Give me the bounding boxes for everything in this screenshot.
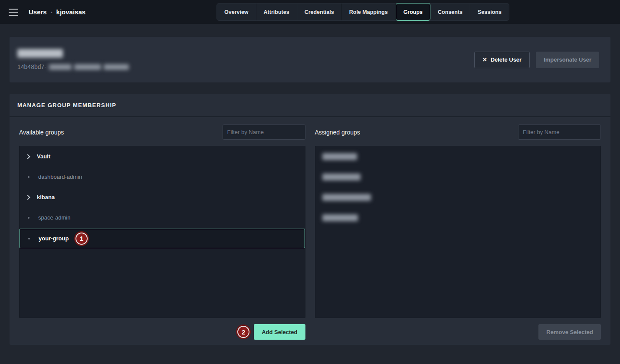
group-label: space-admin <box>38 214 70 221</box>
group-row-kibana[interactable]: kibana <box>20 187 305 207</box>
redacted-group-name <box>322 153 357 160</box>
chevron-right-icon <box>25 154 30 159</box>
group-row-dashboard-admin[interactable]: dashboard-admin <box>20 167 305 187</box>
group-row-space-admin[interactable]: space-admin <box>20 207 305 228</box>
tab-role-mappings[interactable]: Role Mappings <box>342 3 396 20</box>
group-label: Vault <box>37 153 50 160</box>
delete-user-label: Delete User <box>491 56 522 63</box>
tab-overview[interactable]: Overview <box>217 3 256 20</box>
panel-body: Available groups Vault dashboard-admin k… <box>10 117 610 340</box>
available-groups-column: Available groups Vault dashboard-admin k… <box>19 125 305 340</box>
tab-bar: Overview Attributes Credentials Role Map… <box>217 3 509 21</box>
user-meta: 14b48bd7- <box>17 49 129 70</box>
redacted-group-name <box>322 174 361 180</box>
available-groups-list: Vault dashboard-admin kibana space-admin <box>19 146 305 318</box>
topbar: Users • kjovaisas Overview Attributes Cr… <box>0 0 620 24</box>
group-label: dashboard-admin <box>38 174 82 180</box>
chevron-right-icon <box>25 195 30 200</box>
redacted-group-name <box>322 214 358 221</box>
bullet-icon <box>28 238 30 239</box>
assigned-groups-column: Assigned groups <box>315 125 601 340</box>
assigned-group-row[interactable] <box>315 187 601 207</box>
remove-selected-button[interactable]: Remove Selected <box>538 324 601 340</box>
redacted-username <box>17 49 63 58</box>
tab-attributes[interactable]: Attributes <box>256 3 297 20</box>
tab-consents[interactable]: Consents <box>430 3 470 20</box>
annotation-step-1: 1 <box>75 233 88 245</box>
x-icon: ✕ <box>482 56 487 63</box>
main-content: 14b48bd7- ✕ Delete User Impersonate User… <box>0 24 620 364</box>
menu-icon[interactable] <box>9 7 19 18</box>
bullet-icon <box>28 217 30 219</box>
assigned-group-row[interactable] <box>315 207 601 228</box>
tab-groups[interactable]: Groups <box>396 3 430 21</box>
user-card: 14b48bd7- ✕ Delete User Impersonate User <box>10 37 610 82</box>
user-id: 14b48bd7- <box>17 63 129 70</box>
group-row-your-group[interactable]: your-group 1 <box>20 229 305 248</box>
user-id-prefix: 14b48bd7- <box>17 63 46 70</box>
redacted-user-id-part <box>49 64 72 70</box>
breadcrumb-users[interactable]: Users <box>29 8 47 16</box>
impersonate-user-button[interactable]: Impersonate User <box>536 52 599 68</box>
breadcrumb: Users • kjovaisas <box>29 8 85 16</box>
group-label: kibana <box>37 194 55 200</box>
redacted-group-name <box>322 194 371 201</box>
available-groups-label: Available groups <box>19 129 64 136</box>
assigned-group-row[interactable] <box>315 146 601 167</box>
assigned-groups-list <box>315 146 601 318</box>
breadcrumb-username: kjovaisas <box>56 8 86 16</box>
annotation-step-2: 2 <box>237 326 249 338</box>
bullet-icon <box>28 176 30 178</box>
available-groups-footer: 2 Add Selected <box>19 324 305 340</box>
user-card-actions: ✕ Delete User Impersonate User <box>474 52 599 68</box>
group-membership-panel: MANAGE GROUP MEMBERSHIP Available groups… <box>10 94 610 345</box>
delete-user-button[interactable]: ✕ Delete User <box>474 52 530 68</box>
tab-sessions[interactable]: Sessions <box>470 3 509 20</box>
available-groups-filter-input[interactable] <box>223 125 305 140</box>
assigned-groups-header: Assigned groups <box>315 125 601 140</box>
redacted-user-id-part <box>104 64 129 70</box>
group-row-vault[interactable]: Vault <box>20 146 305 167</box>
add-selected-button[interactable]: Add Selected <box>254 324 305 340</box>
redacted-user-id-part <box>74 64 101 70</box>
assigned-groups-label: Assigned groups <box>315 129 360 136</box>
breadcrumb-separator-icon: • <box>51 10 52 15</box>
tab-credentials[interactable]: Credentials <box>297 3 342 20</box>
group-label: your-group <box>39 235 69 242</box>
assigned-groups-footer: Remove Selected <box>315 324 601 340</box>
panel-title: MANAGE GROUP MEMBERSHIP <box>10 94 610 117</box>
assigned-group-row[interactable] <box>315 167 601 187</box>
available-groups-header: Available groups <box>19 125 305 140</box>
assigned-groups-filter-input[interactable] <box>518 125 601 140</box>
